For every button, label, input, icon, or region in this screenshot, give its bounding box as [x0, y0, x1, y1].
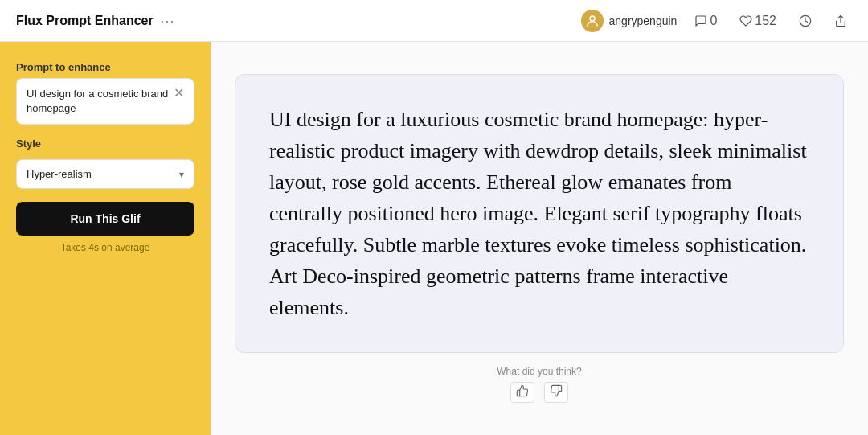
prompt-label: Prompt to enhance [16, 61, 194, 73]
like-count: 152 [755, 14, 776, 28]
comment-icon [694, 14, 707, 27]
feedback-section: What did you think? [497, 366, 581, 403]
output-text: UI design for a luxurious cosmetic brand… [269, 104, 809, 323]
sidebar: Prompt to enhance UI design for a cosmet… [0, 42, 211, 435]
main-layout: Prompt to enhance UI design for a cosmet… [0, 42, 868, 435]
thumbs-up-button[interactable] [510, 382, 534, 403]
output-card: UI design for a luxurious cosmetic brand… [235, 74, 844, 353]
comment-button[interactable]: 0 [690, 10, 722, 31]
avatar [581, 10, 604, 32]
share-button[interactable] [829, 11, 852, 31]
avg-time-label: Takes 4s on average [16, 242, 194, 253]
feedback-icons [510, 382, 568, 403]
header-right: angrypenguin 0 152 [581, 10, 852, 32]
feedback-label: What did you think? [497, 366, 581, 377]
prompt-section: Prompt to enhance UI design for a cosmet… [16, 61, 194, 125]
header-left: Flux Prompt Enhancer ⋯ [16, 12, 174, 30]
run-button[interactable]: Run This Glif [16, 202, 194, 236]
svg-point-0 [590, 16, 595, 21]
thumbs-down-button[interactable] [544, 382, 568, 403]
username: angrypenguin [609, 14, 678, 27]
style-section: Style Hyper-realism ▾ [16, 137, 194, 189]
style-value: Hyper-realism [27, 168, 92, 180]
content-area: UI design for a luxurious cosmetic brand… [211, 42, 868, 435]
heart-icon [739, 14, 752, 27]
app-header: Flux Prompt Enhancer ⋯ angrypenguin 0 [0, 0, 868, 42]
app-title: Flux Prompt Enhancer [16, 14, 154, 28]
user-avatar-icon [585, 14, 600, 28]
comment-count: 0 [710, 14, 717, 28]
thumbs-up-icon [516, 384, 529, 397]
prompt-input[interactable]: UI design for a cosmetic brand homepage [27, 87, 169, 116]
more-options-icon[interactable]: ⋯ [160, 12, 174, 30]
history-button[interactable] [794, 11, 817, 31]
thumbs-down-icon [550, 384, 563, 397]
style-dropdown[interactable]: Hyper-realism ▾ [16, 159, 194, 189]
history-icon [799, 14, 812, 27]
user-info: angrypenguin [581, 10, 678, 32]
like-button[interactable]: 152 [735, 10, 781, 31]
share-icon [834, 14, 847, 27]
prompt-input-wrapper[interactable]: UI design for a cosmetic brand homepage … [16, 78, 194, 125]
clear-button[interactable]: ✕ [174, 87, 184, 100]
style-label: Style [16, 137, 194, 150]
chevron-down-icon: ▾ [179, 169, 184, 180]
